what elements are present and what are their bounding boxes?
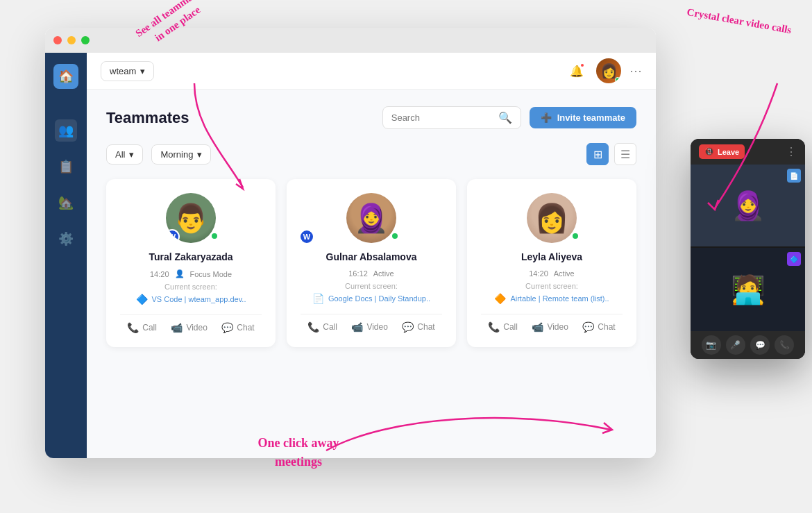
chevron-down-icon: ▾	[140, 66, 145, 76]
workspace-badge: W	[166, 229, 180, 243]
annotation-top-right: Crystal clear video calls	[677, 3, 802, 40]
app-name-tural: VS Code | wteam_app.dev..	[152, 295, 246, 303]
video-badge-1: 📄	[787, 169, 801, 183]
screen-app-gulnar: 📄 Google Docs | Daily Standup..	[301, 293, 442, 304]
leave-icon: 📵	[704, 147, 714, 156]
teammate-name-tural: Tural Zakaryazada	[120, 251, 262, 262]
end-call-button[interactable]: 📞	[775, 335, 794, 355]
sidebar-item-home[interactable]: 🏡	[55, 192, 77, 214]
search-bar[interactable]: 🔍	[382, 106, 521, 129]
status-leyla: Active	[554, 269, 575, 278]
call-label: Call	[503, 322, 518, 332]
status-tural: Focus Mode	[190, 270, 232, 278]
card-meta-leyla: 14:20 Active	[481, 269, 623, 278]
chat-button-leyla[interactable]: 💬 Chat	[582, 321, 615, 333]
sidebar-logo[interactable]: 🏠	[53, 64, 78, 89]
page-body: Teammates 🔍 ➕ Invite teammate	[87, 90, 656, 458]
chat-button-gulnar[interactable]: 💬 Chat	[402, 321, 434, 333]
video-button-leyla[interactable]: 📹 Video	[532, 321, 568, 333]
chat-icon: 💬	[582, 321, 594, 333]
filter-dropdowns: All ▾ Morning ▾	[106, 144, 211, 165]
mute-button[interactable]: 🎤	[726, 335, 745, 355]
screen-label-tural: Current screen:	[120, 283, 262, 291]
list-view-toggle[interactable]: ☰	[614, 143, 636, 165]
notification-dot	[580, 62, 585, 68]
avatar-leyla: 👩	[527, 193, 577, 243]
call-icon: 📞	[488, 321, 500, 333]
video-button-tural[interactable]: 📹 Video	[171, 322, 207, 333]
chat-label: Chat	[237, 323, 254, 333]
minimize-button[interactable]	[67, 36, 76, 44]
maximize-button[interactable]	[81, 36, 90, 44]
call-label: Call	[142, 323, 157, 333]
video-feed-1: 🧕 📄	[691, 165, 805, 248]
teammate-card-gulnar: 🧕 W Gulnar Absalamova 16:12 Active Curre…	[287, 179, 456, 347]
screen-label-leyla: Current screen:	[481, 282, 623, 290]
card-actions-leyla: 📞 Call 📹 Video 💬 Chat	[481, 314, 623, 333]
video-more-icon[interactable]: ⋮	[786, 145, 797, 158]
call-label: Call	[323, 322, 337, 332]
call-button-gulnar[interactable]: 📞 Call	[307, 321, 337, 333]
screen-app-tural: 🔷 VS Code | wteam_app.dev..	[120, 294, 262, 305]
screen-label-gulnar: Current screen:	[301, 282, 442, 290]
chat-label: Chat	[598, 322, 615, 332]
video-topbar: 📵 Leave ⋮	[691, 139, 805, 165]
page-title: Teammates	[106, 109, 189, 127]
call-button-leyla[interactable]: 📞 Call	[488, 321, 518, 333]
status-gulnar: Active	[373, 269, 394, 278]
video-feed-2: 🧑‍💻 🔷	[691, 248, 805, 331]
grid-view-toggle[interactable]: ⊞	[586, 143, 609, 165]
avatar-wrap-gulnar: 🧕 W	[301, 193, 442, 243]
card-actions-gulnar: 📞 Call 📹 Video 💬 Chat	[301, 314, 442, 333]
shift-filter[interactable]: Morning ▾	[151, 144, 211, 165]
airtable-icon: 🔶	[494, 293, 506, 304]
close-button[interactable]	[53, 36, 62, 44]
app-name-gulnar: Google Docs | Daily Standup..	[328, 294, 430, 303]
invite-button[interactable]: ➕ Invite teammate	[530, 107, 636, 128]
main-content: wteam ▾ 🔔 👩 ⋯	[87, 53, 656, 458]
video-button-gulnar[interactable]: 📹 Video	[351, 321, 387, 333]
header-actions: 🔍 ➕ Invite teammate	[382, 106, 636, 129]
status-indicator-tural	[210, 232, 219, 240]
teammate-name-gulnar: Gulnar Absalamova	[301, 251, 442, 262]
avatar-wrap-tural: 👨 W	[120, 193, 262, 243]
time-gulnar: 16:12	[348, 269, 368, 278]
camera-button[interactable]: 📷	[702, 335, 721, 355]
card-meta-gulnar: 16:12 Active	[301, 269, 442, 278]
plus-icon: ➕	[541, 112, 552, 123]
page-header: Teammates 🔍 ➕ Invite teammate	[106, 106, 636, 129]
call-button-tural[interactable]: 📞 Call	[127, 322, 157, 333]
chat-icon: 💬	[402, 321, 414, 333]
call-icon: 📞	[307, 321, 319, 333]
video-icon: 📹	[532, 321, 543, 333]
more-options-icon[interactable]: ⋯	[629, 63, 642, 78]
status-indicator-gulnar	[391, 232, 399, 240]
leave-button[interactable]: 📵 Leave	[699, 144, 745, 159]
chat-button[interactable]: 💬	[750, 335, 770, 355]
browser-titlebar	[45, 28, 656, 53]
status-filter-label: All	[115, 149, 125, 160]
gdocs-icon: 📄	[312, 293, 324, 304]
teammate-card-tural: 👨 W Tural Zakaryazada 14:20 👤 Focus Mode…	[106, 179, 276, 347]
card-actions-tural: 📞 Call 📹 Video 💬 Chat	[120, 314, 262, 333]
video-label: Video	[366, 322, 387, 332]
notification-bell[interactable]: 🔔	[566, 60, 588, 82]
chevron-down-icon: ▾	[129, 149, 134, 160]
avatar-tural: 👨 W	[166, 193, 216, 243]
user-avatar[interactable]: 👩	[596, 58, 621, 83]
search-input[interactable]	[391, 112, 493, 123]
sidebar-item-settings[interactable]: ⚙️	[55, 228, 77, 250]
topbar-right: 🔔 👩 ⋯	[566, 58, 642, 83]
teammate-name-leyla: Leyla Aliyeva	[481, 251, 623, 262]
video-call-panel: 📵 Leave ⋮ 🧕 📄 🧑‍💻 🔷 📷 🎤 💬 📞	[691, 139, 805, 359]
workspace-name: wteam	[110, 66, 136, 76]
filters-row: All ▾ Morning ▾ ⊞ ☰	[106, 143, 636, 165]
workspace-selector[interactable]: wteam ▾	[101, 61, 154, 81]
status-filter[interactable]: All ▾	[106, 144, 143, 165]
leave-label: Leave	[718, 148, 739, 156]
avatar-gulnar: 🧕 W	[346, 193, 396, 243]
status-indicator-leyla	[571, 232, 580, 240]
chat-button-tural[interactable]: 💬 Chat	[221, 322, 254, 333]
sidebar-item-tasks[interactable]: 📋	[55, 155, 77, 178]
sidebar-item-teammates[interactable]: 👥	[55, 119, 77, 142]
